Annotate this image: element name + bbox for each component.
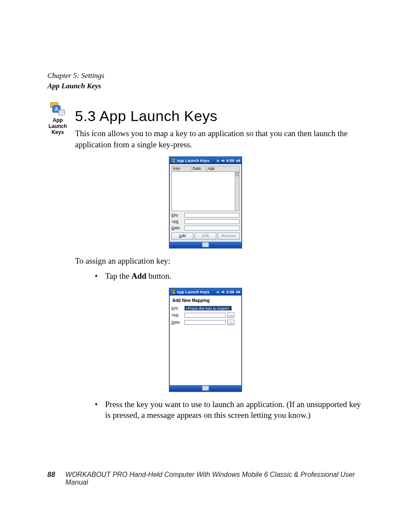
key-label: Key xyxy=(171,306,183,310)
app-input[interactable] xyxy=(184,219,240,224)
wm-clock: 2:59 xyxy=(226,290,234,294)
running-head-chapter: Chapter 5: Settings xyxy=(47,71,364,80)
key-input[interactable]: <Press the Key to insert> xyxy=(184,306,232,311)
list-body[interactable] xyxy=(171,172,240,211)
section-icon-block: A App Launch Keys xyxy=(43,102,72,135)
edit-button[interactable]: Edit xyxy=(195,233,217,240)
col-key[interactable]: Key xyxy=(172,166,191,171)
col-data[interactable]: Data xyxy=(191,166,206,171)
screenshot-add-new-mapping: App Launch Keys 2:59 ok Add New Mapping … xyxy=(169,288,242,392)
page-footer: 88 WORKABOUT PRO Hand-Held Computer With… xyxy=(47,471,364,486)
bullet-2: Press the key you want to use to launch … xyxy=(95,399,364,421)
svg-rect-4 xyxy=(59,111,64,113)
running-head-section: App Launch Keys xyxy=(47,82,364,90)
app-label: App xyxy=(171,313,183,317)
data-label: Data xyxy=(171,320,183,324)
remove-button[interactable]: Remove xyxy=(218,233,240,240)
keyboard-icon[interactable] xyxy=(202,386,209,391)
keyboard-icon[interactable] xyxy=(202,242,209,247)
wm-titlebar: App Launch Keys 6:58 ok xyxy=(170,157,241,164)
intro-paragraph: This icon allows you to map a key to an … xyxy=(47,128,364,150)
app-launch-keys-icon: A xyxy=(50,102,66,117)
windows-flag-icon xyxy=(171,289,176,295)
data-input[interactable] xyxy=(184,226,240,230)
wm-title: App Launch Keys xyxy=(177,290,209,294)
wm-titlebar: App Launch Keys 2:59 ok xyxy=(170,289,241,296)
svg-rect-10 xyxy=(173,290,175,292)
volume-icon xyxy=(221,290,225,294)
footer-book-title: WORKABOUT PRO Hand-Held Computer With Wi… xyxy=(65,471,364,486)
key-label: Key xyxy=(171,213,183,217)
ok-button[interactable]: ok xyxy=(236,290,240,294)
col-app[interactable]: App xyxy=(206,166,239,171)
instruction-line: To assign an application key: xyxy=(47,255,364,267)
bullet-1: Tap the Add button. xyxy=(95,271,364,282)
windows-flag-icon xyxy=(171,158,176,163)
add-button[interactable]: Add xyxy=(171,233,193,240)
data-browse-button[interactable]: ... xyxy=(227,320,234,325)
svg-text:A: A xyxy=(55,106,58,112)
dialog-subtitle: Add New Mapping xyxy=(171,297,240,304)
app-label: App xyxy=(171,219,183,224)
svg-rect-12 xyxy=(173,292,175,294)
wm-bottombar xyxy=(170,242,241,248)
svg-rect-11 xyxy=(171,292,173,294)
data-input[interactable] xyxy=(184,320,226,325)
screenshot-app-launch-keys-list: App Launch Keys 6:58 ok Key Data App Key… xyxy=(169,156,242,249)
app-input[interactable] xyxy=(184,313,226,317)
svg-rect-9 xyxy=(171,290,173,292)
app-browse-button[interactable]: ... xyxy=(227,312,234,318)
section-heading: 5.3 App Launch Keys xyxy=(47,108,364,124)
wm-clock: 6:58 xyxy=(226,159,234,163)
wm-bottombar xyxy=(170,385,241,391)
section-icon-caption: App Launch Keys xyxy=(43,118,72,135)
svg-rect-7 xyxy=(171,161,173,162)
key-input[interactable] xyxy=(184,213,240,218)
ok-button[interactable]: ok xyxy=(236,159,240,163)
svg-rect-8 xyxy=(173,161,175,162)
list-header: Key Data App xyxy=(171,166,240,172)
volume-icon xyxy=(221,159,225,163)
svg-rect-5 xyxy=(171,159,173,160)
svg-rect-6 xyxy=(173,159,175,160)
data-label: Data xyxy=(171,226,183,230)
wm-title: App Launch Keys xyxy=(177,159,209,163)
connectivity-icon xyxy=(216,290,220,294)
page-number: 88 xyxy=(47,471,55,486)
scrollbar[interactable] xyxy=(235,172,239,211)
connectivity-icon xyxy=(216,159,220,163)
